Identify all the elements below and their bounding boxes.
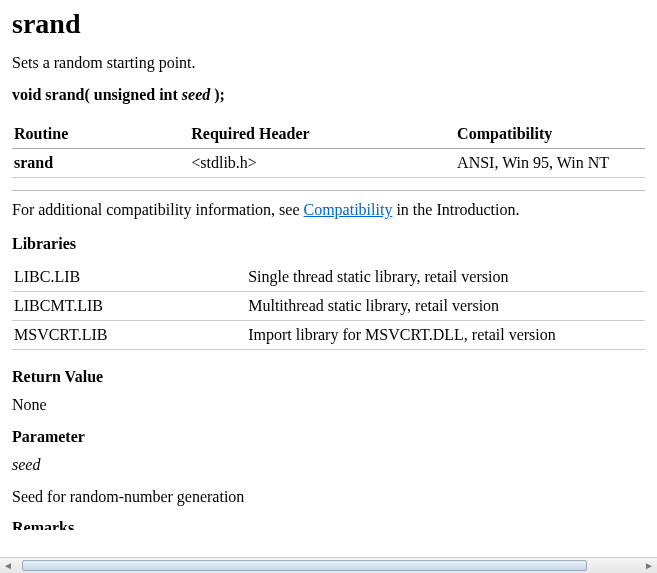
parameter-name: seed — [12, 456, 645, 474]
page-title: srand — [12, 8, 645, 40]
routine-cell: srand — [12, 149, 189, 178]
summary-text: Sets a random starting point. — [12, 54, 645, 72]
libraries-table: LIBC.LIB Single thread static library, r… — [12, 263, 645, 350]
table-row: MSVCRT.LIB Import library for MSVCRT.DLL… — [12, 321, 645, 350]
return-value-text: None — [12, 396, 645, 414]
lib-desc-cell: Single thread static library, retail ver… — [246, 263, 645, 292]
signature-suffix: ); — [210, 86, 225, 103]
compatibility-link[interactable]: Compatibility — [304, 201, 393, 218]
remarks-heading: Remarks — [12, 520, 645, 530]
parameter-desc: Seed for random-number generation — [12, 488, 645, 506]
compat-cell: ANSI, Win 95, Win NT — [455, 149, 645, 178]
lib-name-cell: MSVCRT.LIB — [12, 321, 246, 350]
compat-note: For additional compatibility information… — [12, 201, 645, 219]
table-header: Required Header — [189, 120, 455, 149]
function-signature: void srand( unsigned int seed ); — [12, 86, 645, 104]
lib-name-cell: LIBC.LIB — [12, 263, 246, 292]
lib-name-cell: LIBCMT.LIB — [12, 292, 246, 321]
compat-note-before: For additional compatibility information… — [12, 201, 304, 218]
compatibility-table: Routine Required Header Compatibility sr… — [12, 120, 645, 178]
table-header: Routine — [12, 120, 189, 149]
signature-prefix: void srand( unsigned int — [12, 86, 182, 103]
signature-param: seed — [182, 86, 210, 103]
return-value-heading: Return Value — [12, 368, 645, 386]
table-row: LIBCMT.LIB Multithread static library, r… — [12, 292, 645, 321]
table-row: srand <stdlib.h> ANSI, Win 95, Win NT — [12, 149, 645, 178]
libraries-heading: Libraries — [12, 235, 645, 253]
table-header: Compatibility — [455, 120, 645, 149]
compat-note-after: in the Introduction. — [392, 201, 519, 218]
parameter-heading: Parameter — [12, 428, 645, 446]
table-row: LIBC.LIB Single thread static library, r… — [12, 263, 645, 292]
lib-desc-cell: Multithread static library, retail versi… — [246, 292, 645, 321]
section-divider — [12, 190, 645, 191]
lib-desc-cell: Import library for MSVCRT.DLL, retail ve… — [246, 321, 645, 350]
header-cell: <stdlib.h> — [189, 149, 455, 178]
